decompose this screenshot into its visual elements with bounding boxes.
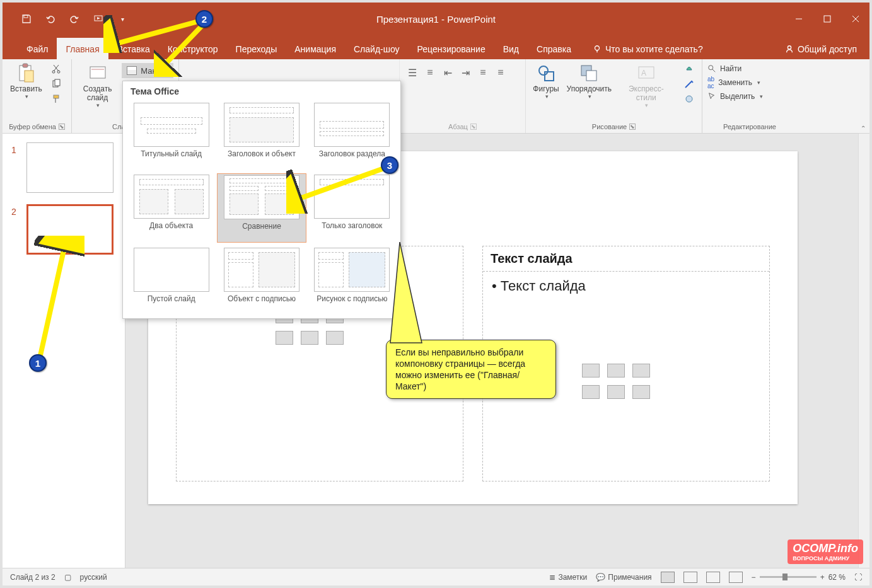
insert-video-icon[interactable] xyxy=(632,385,650,399)
numbering-icon[interactable]: ≡ xyxy=(422,66,438,79)
spellcheck-icon[interactable]: ▢ xyxy=(64,573,71,582)
insert-smartart-icon[interactable] xyxy=(632,364,650,378)
normal-view-icon[interactable] xyxy=(661,572,675,583)
tab-slideshow[interactable]: Слайд-шоу xyxy=(345,38,409,59)
clipboard-launcher[interactable]: ⬊ xyxy=(59,124,65,130)
align-left-icon[interactable]: ≡ xyxy=(475,66,491,79)
ribbon-tabs: Файл Главная Вставка Конструктор Переход… xyxy=(3,35,869,59)
tab-insert[interactable]: Вставка xyxy=(108,38,159,59)
qat-more-icon[interactable]: ▾ xyxy=(116,13,129,25)
svg-rect-10 xyxy=(23,64,28,67)
zoom-out-icon[interactable]: − xyxy=(752,573,756,582)
bullets-icon[interactable]: ☰ xyxy=(405,66,420,79)
insert-online-pic-icon[interactable] xyxy=(607,385,625,399)
reading-view-icon[interactable] xyxy=(706,572,720,583)
arrange-button[interactable]: Упорядочить▾ xyxy=(565,62,613,101)
vertical-scrollbar[interactable] xyxy=(858,134,869,568)
zoom-control[interactable]: − + 62 % xyxy=(752,573,846,582)
layout-title-slide[interactable]: Титульный слайд xyxy=(127,101,216,170)
layout-two-content[interactable]: Два объекта xyxy=(127,173,216,243)
slide-thumbnails: 1 2 xyxy=(3,134,125,568)
collapse-ribbon-icon[interactable]: ⌃ xyxy=(861,125,866,132)
thumbnail-1[interactable]: 1 xyxy=(11,142,125,193)
svg-rect-3 xyxy=(824,16,830,22)
replace-button[interactable]: abacЗаменить▾ xyxy=(707,76,792,89)
cut-icon[interactable] xyxy=(49,62,64,76)
tab-help[interactable]: Справка xyxy=(528,38,580,59)
notes-button[interactable]: ≣Заметки xyxy=(549,573,587,582)
close-button[interactable] xyxy=(841,9,869,28)
share-button[interactable]: Общий доступ xyxy=(785,39,857,59)
quick-styles-button[interactable]: A Экспресс-стили▾ xyxy=(617,62,675,110)
layout-comparison[interactable]: Сравнение xyxy=(217,173,306,243)
insert-table-icon[interactable] xyxy=(582,364,600,378)
arrange-icon xyxy=(579,63,599,83)
tab-animations[interactable]: Анимация xyxy=(286,38,345,59)
fit-to-window-icon[interactable]: ⛶ xyxy=(854,573,862,582)
quick-access-toolbar: ▾ xyxy=(3,13,129,25)
tell-me-label: Что вы хотите сделать? xyxy=(605,44,703,54)
group-paragraph: ☰ ≡ ⇤ ⇥ ≡ ≡ Абзац⬊ xyxy=(400,59,526,133)
slideshow-view-icon[interactable] xyxy=(729,572,743,583)
undo-icon[interactable] xyxy=(44,13,57,25)
thumbnail-2[interactable]: 2 xyxy=(11,204,125,255)
minimize-button[interactable] xyxy=(784,9,813,28)
group-clipboard: Вставить▾ Буфер обмена⬊ xyxy=(3,59,72,133)
start-slideshow-icon[interactable] xyxy=(92,13,105,25)
tab-transitions[interactable]: Переходы xyxy=(227,38,286,59)
copy-icon[interactable] xyxy=(49,77,64,91)
maximize-button[interactable] xyxy=(813,9,841,28)
svg-rect-15 xyxy=(55,79,60,86)
save-icon[interactable] xyxy=(20,13,33,25)
paragraph-launcher[interactable]: ⬊ xyxy=(470,124,477,130)
tab-home[interactable]: Главная xyxy=(57,38,108,59)
shapes-button[interactable]: Фигуры▾ xyxy=(531,62,561,101)
layout-button[interactable]: Макет▾ xyxy=(122,63,173,78)
insert-picture-icon[interactable] xyxy=(582,385,600,399)
insert-online-pic-icon[interactable] xyxy=(301,331,318,345)
shape-effects-icon[interactable] xyxy=(682,92,697,106)
svg-point-6 xyxy=(595,46,599,50)
tab-design[interactable]: Конструктор xyxy=(159,38,227,59)
annotation-marker-1: 1 xyxy=(29,354,47,372)
tab-file[interactable]: Файл xyxy=(18,38,57,59)
layout-blank[interactable]: Пустой слайд xyxy=(127,246,216,314)
align-center-icon[interactable]: ≡ xyxy=(493,66,508,79)
comments-button[interactable]: 💬Примечания xyxy=(596,573,651,582)
insert-chart-icon[interactable] xyxy=(607,364,625,378)
indent-inc-icon[interactable]: ⇥ xyxy=(458,66,473,79)
language-indicator[interactable]: русский xyxy=(80,573,107,582)
insert-video-icon[interactable] xyxy=(326,331,344,345)
svg-text:A: A xyxy=(641,69,646,78)
new-slide-button[interactable]: Создать слайд▾ xyxy=(77,62,118,110)
group-editing: Найти abacЗаменить▾ Выделить▾ Редактиров… xyxy=(702,59,797,133)
layout-title-content[interactable]: Заголовок и объект xyxy=(217,101,306,170)
layout-picture-caption[interactable]: Рисунок с подписью xyxy=(308,246,397,314)
find-button[interactable]: Найти xyxy=(707,64,792,73)
right-subtitle[interactable]: Текст слайда xyxy=(483,246,769,272)
zoom-slider[interactable] xyxy=(760,576,817,578)
statusbar: Слайд 2 из 2 ▢ русский ≣Заметки 💬Примеча… xyxy=(3,568,869,585)
shape-fill-icon[interactable] xyxy=(682,62,697,76)
layout-content-caption[interactable]: Объект с подписью xyxy=(217,246,306,314)
tab-view[interactable]: Вид xyxy=(494,38,528,59)
indent-dec-icon[interactable]: ⇤ xyxy=(440,66,455,79)
format-painter-icon[interactable] xyxy=(49,92,64,106)
shape-outline-icon[interactable] xyxy=(682,77,697,91)
select-button[interactable]: Выделить▾ xyxy=(707,92,792,101)
share-label: Общий доступ xyxy=(798,44,857,54)
tell-me-search[interactable]: Что вы хотите сделать? xyxy=(593,39,703,59)
replace-icon: abac xyxy=(707,76,714,89)
right-body[interactable]: • Текст слайда xyxy=(483,272,769,301)
window-controls xyxy=(784,9,869,28)
layout-title-only[interactable]: Только заголовок xyxy=(308,173,397,243)
redo-icon[interactable] xyxy=(68,13,81,25)
annotation-marker-3: 3 xyxy=(381,156,398,174)
zoom-in-icon[interactable]: + xyxy=(820,573,825,582)
sorter-view-icon[interactable] xyxy=(683,572,697,583)
tab-review[interactable]: Рецензирование xyxy=(409,38,494,59)
drawing-launcher[interactable]: ⬊ xyxy=(629,124,636,130)
notes-icon: ≣ xyxy=(549,573,555,582)
paste-button[interactable]: Вставить▾ xyxy=(8,62,45,101)
insert-picture-icon[interactable] xyxy=(276,331,293,345)
